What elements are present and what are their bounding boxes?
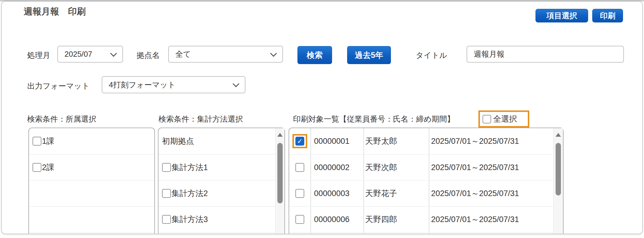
- employee-number: 00000001: [310, 128, 363, 154]
- method-group-label: 初期拠点: [158, 136, 194, 146]
- report-title-value: 週報月報: [467, 49, 504, 59]
- empty-row: [29, 207, 154, 233]
- select-all-highlight: 全選択: [478, 110, 529, 128]
- select-all-label: 全選択: [493, 114, 517, 124]
- print-target-row[interactable]: 00000002 天野次郎 2025/07/01～2025/07/31: [289, 155, 554, 181]
- print-target-row[interactable]: 00000006 天野四郎 2025/07/01～2025/07/31: [289, 207, 554, 233]
- print-panel-header: 印刷対象一覧【従業員番号：氏名：締め期間】: [293, 114, 455, 124]
- dept-panel-header: 検索条件：所属選択: [27, 114, 96, 124]
- chevron-down-icon: [270, 50, 277, 57]
- method-item-checkbox[interactable]: [162, 163, 171, 172]
- dept-item-label: 2課: [42, 162, 54, 173]
- closing-period: 2025/07/01～2025/07/31: [429, 181, 554, 206]
- output-format-select[interactable]: 4打刻フォーマット: [102, 76, 245, 93]
- method-item-row[interactable]: 集計方法3: [158, 207, 276, 233]
- process-month-label: 処理月: [27, 50, 50, 61]
- dept-item-checkbox[interactable]: [33, 163, 41, 172]
- print-panel-scrollbar[interactable]: [553, 128, 563, 234]
- site-label: 拠点名: [137, 50, 160, 61]
- select-all-checkbox[interactable]: [483, 115, 491, 123]
- print-row-checkbox[interactable]: ✓: [295, 137, 304, 146]
- employee-number: 00000003: [310, 181, 363, 206]
- report-title-label: タイトル: [416, 50, 447, 61]
- scrollbar-thumb[interactable]: [277, 143, 283, 203]
- top-shadow: [0, 0, 644, 2]
- print-target-row[interactable]: ✓ 00000001 天野太郎 2025/07/01～2025/07/31: [289, 128, 554, 155]
- output-format-label: 出力フォーマット: [27, 81, 90, 91]
- closing-period: 2025/07/01～2025/07/31: [429, 128, 554, 154]
- print-panel: ✓ 00000001 天野太郎 2025/07/01～2025/07/31 00…: [289, 128, 564, 234]
- scroll-up-icon[interactable]: [277, 133, 283, 137]
- closing-period: 2025/07/01～2025/07/31: [429, 155, 554, 180]
- print-target-row-partial: [289, 233, 554, 234]
- past-5-years-button-label: 過去5年: [355, 50, 383, 61]
- dept-item-label: 1課: [42, 136, 54, 146]
- main-card: 週報月報 印刷 項目選択 印刷 処理月 2025/07 拠点名 全て 検索 過去…: [1, 1, 643, 234]
- method-item-row[interactable]: 集計方法2: [158, 181, 276, 207]
- dept-item-checkbox[interactable]: [33, 137, 41, 146]
- item-select-button-label: 項目選択: [546, 11, 577, 21]
- method-panel: 初期拠点 集計方法1 集計方法2 集計方法3: [158, 128, 285, 234]
- report-title-input[interactable]: 週報月報: [467, 46, 624, 63]
- empty-row: [29, 181, 154, 207]
- search-button-label: 検索: [307, 50, 323, 61]
- method-group-row: 初期拠点: [158, 128, 276, 155]
- method-item-label: 集計方法3: [171, 214, 208, 225]
- method-item-row[interactable]: 集計方法1: [158, 155, 276, 181]
- process-month-select[interactable]: 2025/07: [57, 46, 123, 63]
- employee-name: 天野四郎: [363, 207, 429, 232]
- output-format-value: 4打刻フォーマット: [102, 80, 176, 90]
- closing-period: 2025/07/01～2025/07/31: [429, 207, 554, 232]
- weekly-monthly-report-print-screen: 週報月報 印刷 項目選択 印刷 処理月 2025/07 拠点名 全て 検索 過去…: [0, 0, 644, 238]
- site-select[interactable]: 全て: [168, 46, 283, 63]
- scroll-up-icon[interactable]: [556, 133, 561, 137]
- chevron-down-icon: [110, 50, 117, 57]
- chevron-down-icon: [233, 81, 240, 87]
- page-title: 週報月報 印刷: [24, 6, 86, 18]
- method-item-label: 集計方法2: [171, 188, 208, 199]
- method-item-checkbox[interactable]: [162, 215, 171, 224]
- dept-item-row[interactable]: 2課: [29, 155, 154, 181]
- print-row-checkbox[interactable]: [295, 163, 304, 172]
- employee-name: 天野花子: [363, 181, 429, 206]
- search-button[interactable]: 検索: [297, 46, 332, 64]
- method-item-checkbox[interactable]: [162, 189, 171, 198]
- print-button[interactable]: 印刷: [592, 9, 623, 22]
- employee-number: 00000006: [310, 207, 363, 232]
- print-target-row[interactable]: 00000003 天野花子 2025/07/01～2025/07/31: [289, 181, 554, 207]
- process-month-value: 2025/07: [58, 50, 92, 59]
- method-panel-header: 検索条件：集計方法選択: [158, 114, 243, 124]
- method-panel-scrollbar[interactable]: [275, 128, 284, 234]
- print-button-label: 印刷: [600, 11, 615, 21]
- dept-panel: 1課 2課: [28, 128, 155, 234]
- method-item-label: 集計方法1: [171, 162, 208, 173]
- site-value: 全て: [169, 49, 191, 59]
- print-row-checkbox[interactable]: [295, 189, 304, 198]
- print-row-checkbox[interactable]: [295, 215, 304, 224]
- scrollbar-thumb[interactable]: [556, 143, 561, 195]
- employee-number: 00000002: [310, 155, 363, 180]
- past-5-years-button[interactable]: 過去5年: [347, 46, 391, 64]
- row-checkbox-highlight: ✓: [292, 134, 307, 148]
- item-select-button[interactable]: 項目選択: [535, 9, 588, 22]
- employee-name: 天野太郎: [363, 128, 429, 154]
- dept-item-row[interactable]: 1課: [29, 128, 154, 155]
- employee-name: 天野次郎: [363, 155, 429, 180]
